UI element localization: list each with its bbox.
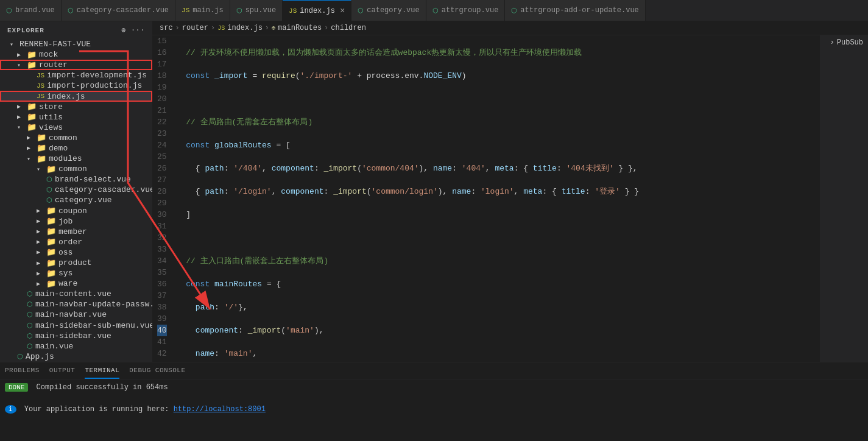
- tab-brand-vue[interactable]: ⬡ brand.vue: [0, 0, 62, 21]
- root-label: RENREN-FAST-VUE: [19, 40, 91, 49]
- sidebar-item-modules[interactable]: ▾ 📁 modules: [0, 153, 152, 164]
- item-label: main-sidebar-sub-menu.vue: [35, 321, 152, 330]
- breadcrumb-sep1: ›: [175, 24, 180, 32]
- item-label: ware: [58, 279, 77, 288]
- terminal-info-text: Your application is running here:: [24, 405, 174, 414]
- tab-close-icon[interactable]: ×: [340, 6, 345, 16]
- code-content: // 开发环境不使用懒加载，因为懒加载页面太多的话会造成webpack热更新太慢…: [172, 35, 819, 362]
- item-label: store: [39, 102, 63, 111]
- item-label: import-production.js: [47, 81, 142, 90]
- vue-icon: ⬡: [511, 7, 517, 15]
- vue-icon: ⬡: [6, 7, 12, 15]
- chevron-right-icon: ›: [830, 38, 834, 47]
- sidebar-item-main-navbar-update[interactable]: ⬡ main-navbar-update-passw...: [0, 299, 152, 309]
- folder-icon: 📁: [37, 143, 46, 153]
- tab-output[interactable]: OUTPUT: [49, 362, 76, 379]
- func-icon: ⊕: [272, 24, 275, 32]
- tab-category-vue[interactable]: ⬡ category.vue: [351, 0, 426, 21]
- expand-arrow: ▾: [10, 41, 19, 48]
- js-icon: JS: [37, 82, 44, 90]
- terminal-url[interactable]: http://localhost:8001: [174, 405, 266, 414]
- sidebar-item-product[interactable]: ▶ 📁 product: [0, 258, 152, 268]
- js-icon: JS: [289, 7, 297, 15]
- sidebar-item-common[interactable]: ▶ 📁 common: [0, 133, 152, 143]
- sidebar-item-import-prod[interactable]: JS import-production.js: [0, 80, 152, 91]
- vue-icon: ⬡: [358, 7, 364, 15]
- item-label: brand-select.vue: [55, 175, 131, 184]
- new-file-icon[interactable]: ⊕: [122, 26, 127, 34]
- tab-problems[interactable]: PROBLEMS: [5, 362, 40, 379]
- tabs-bar: ⬡ brand.vue ⬡ category-cascader.vue JS m…: [0, 0, 868, 21]
- sidebar-item-oss[interactable]: ▶ 📁 oss: [0, 247, 152, 258]
- item-label: main-navbar.vue: [35, 310, 107, 319]
- editor-area: src › router › JS index.js › ⊕ mainRoute…: [152, 21, 868, 362]
- right-panel: › PubSub: [819, 35, 868, 362]
- more-options-icon[interactable]: ···: [131, 26, 145, 34]
- folder-icon: 📁: [46, 206, 56, 216]
- sidebar-item-main-sidebar-sub[interactable]: ⬡ main-sidebar-sub-menu.vue: [0, 320, 152, 331]
- sidebar-item-main-vue[interactable]: ⬡ main.vue: [0, 341, 152, 351]
- tab-terminal[interactable]: TERMINAL: [85, 362, 119, 379]
- sidebar-item-sys[interactable]: ▶ 📁 sys: [0, 268, 152, 278]
- item-label: utils: [39, 113, 63, 122]
- tab-category-cascader-vue[interactable]: ⬡ category-cascader.vue: [62, 0, 175, 21]
- tab-debug-console[interactable]: DEBUG CONSOLE: [129, 362, 185, 379]
- tree-root[interactable]: ▾ RENREN-FAST-VUE: [0, 39, 152, 49]
- vue-icon: ⬡: [27, 300, 33, 308]
- tab-index-js[interactable]: JS index.js ×: [283, 0, 351, 21]
- js-icon: JS: [37, 93, 44, 100]
- sidebar-item-category[interactable]: ⬡ category.vue: [0, 195, 152, 205]
- sidebar-item-app-js[interactable]: ⬡ App.js: [0, 351, 152, 362]
- sidebar-item-category-cascader[interactable]: ⬡ category-cascader.vue: [0, 185, 152, 195]
- sidebar-item-member[interactable]: ▶ 📁 member: [0, 227, 152, 237]
- sidebar-item-order[interactable]: ▶ 📁 order: [0, 237, 152, 247]
- breadcrumb-children: children: [331, 24, 366, 32]
- sidebar-item-ware[interactable]: ▶ 📁 ware: [0, 278, 152, 289]
- item-label: category.vue: [55, 196, 112, 205]
- tab-main-js[interactable]: JS main.js: [175, 0, 230, 21]
- item-label: job: [58, 217, 72, 226]
- folder-icon: 📁: [46, 269, 56, 278]
- sidebar-item-coupon[interactable]: ▶ 📁 coupon: [0, 206, 152, 216]
- expand-arrow: ▶: [37, 238, 46, 245]
- code-editor[interactable]: 15 16 17 18 19 20 21 22 23 24 25 26 27 2…: [152, 35, 819, 362]
- folder-icon: 📁: [27, 60, 37, 70]
- item-label: common: [58, 164, 87, 174]
- item-label: oss: [58, 248, 72, 257]
- expand-arrow: ▶: [37, 249, 46, 256]
- sidebar-item-job[interactable]: ▶ 📁 job: [0, 216, 152, 227]
- folder-icon: 📁: [37, 154, 46, 164]
- vue-icon: ⬡: [27, 342, 33, 350]
- sidebar-item-mock[interactable]: ▶ 📁 mock: [0, 49, 152, 60]
- vue-icon: ⬡: [68, 7, 74, 15]
- breadcrumb-src: src: [160, 24, 173, 32]
- expand-arrow: ▶: [27, 134, 37, 141]
- sidebar-item-main-content[interactable]: ⬡ main-content.vue: [0, 289, 152, 299]
- sidebar-item-utils[interactable]: ▶ 📁 utils: [0, 112, 152, 122]
- sidebar-item-main-navbar[interactable]: ⬡ main-navbar.vue: [0, 309, 152, 320]
- tab-label: TERMINAL: [85, 367, 119, 374]
- tab-attrgroup-vue[interactable]: ⬡ attrgroup.vue: [426, 0, 506, 21]
- sidebar-item-brand-select[interactable]: ⬡ brand-select.vue: [0, 174, 152, 185]
- sidebar-item-main-sidebar[interactable]: ⬡ main-sidebar.vue: [0, 331, 152, 341]
- sidebar-actions[interactable]: ⊕ ···: [122, 26, 145, 34]
- folder-icon: 📁: [46, 216, 56, 226]
- sidebar-item-index-js[interactable]: JS index.js: [0, 91, 152, 101]
- tab-attrgroup-add[interactable]: ⬡ attrgroup-add-or-update.vue: [505, 0, 645, 21]
- sidebar-item-modules-common[interactable]: ▾ 📁 common: [0, 164, 152, 174]
- sidebar-item-demo[interactable]: ▶ 📁 demo: [0, 143, 152, 153]
- tab-label: attrgroup-add-or-update.vue: [520, 6, 638, 15]
- sidebar-item-views[interactable]: ▾ 📁 views: [0, 122, 152, 133]
- info-badge: i: [5, 405, 16, 414]
- sidebar-item-store[interactable]: ▶ 📁 store: [0, 102, 152, 112]
- js-icon: JS: [182, 7, 189, 14]
- tab-spu-vue[interactable]: ⬡ spu.vue: [230, 0, 283, 21]
- tab-label: category-cascader.vue: [77, 6, 169, 15]
- expand-arrow: ▶: [27, 144, 37, 152]
- sidebar-item-router[interactable]: ▾ 📁 router: [0, 60, 152, 70]
- folder-icon: 📁: [46, 227, 56, 236]
- sidebar-item-import-dev[interactable]: JS import-development.js: [0, 70, 152, 80]
- folder-icon: 📁: [27, 102, 37, 111]
- folder-icon: 📁: [46, 247, 56, 257]
- sidebar: EXPLORER ⊕ ··· ▾ RENREN-FAST-VUE ▶ 📁 moc…: [0, 21, 152, 362]
